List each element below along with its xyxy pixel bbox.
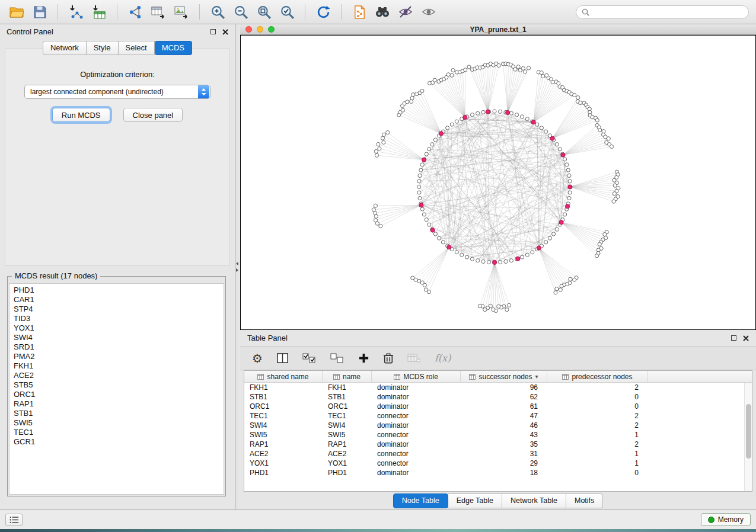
mcds-result-item[interactable]: FKH1 — [14, 361, 224, 371]
cell-predecessor-nodes: 2 — [547, 412, 648, 420]
panel-menu-button[interactable] — [5, 514, 23, 526]
table-row[interactable]: SWI5SWI5connector431 — [244, 430, 752, 440]
mcds-result-item[interactable]: YOX1 — [14, 323, 224, 333]
network-icon — [128, 5, 143, 20]
network-canvas-svg[interactable] — [241, 36, 755, 329]
column-header-predecessor-nodes[interactable]: predecessor nodes — [547, 371, 648, 382]
tab-network[interactable]: Network — [43, 41, 87, 55]
column-header-name[interactable]: name — [323, 371, 372, 382]
import-network-icon — [68, 4, 84, 20]
mcds-result-list: PHD1CAR1STP4TID3YOX1SWI4SRD1PMA2FKH1ACE2… — [9, 283, 224, 495]
import-network-button[interactable] — [66, 2, 85, 21]
close-table-panel-icon[interactable] — [743, 335, 749, 341]
tab-select[interactable]: Select — [119, 41, 155, 55]
memory-button[interactable]: Memory — [701, 513, 751, 526]
table-settings-button[interactable]: ⚙ — [252, 352, 263, 364]
function-builder-button: f(x) — [435, 352, 451, 364]
delete-column-button[interactable] — [383, 352, 394, 364]
hide-selection-button[interactable] — [396, 2, 415, 21]
run-mcds-button[interactable]: Run MCDS — [52, 108, 110, 122]
table-row[interactable]: PHD1PHD1dominator180 — [244, 468, 752, 477]
table-row[interactable]: SWI4SWI4dominator462 — [244, 421, 752, 430]
table-row[interactable]: ORC1ORC1dominator610 — [244, 402, 752, 411]
trash-icon — [383, 352, 394, 364]
column-header-mcds-role[interactable]: MCDS role — [372, 371, 461, 382]
table-row[interactable]: STB1STB1dominator620 — [244, 392, 752, 402]
mcds-result-item[interactable]: ORC1 — [14, 390, 224, 399]
mcds-result-item[interactable]: SRD1 — [14, 342, 224, 352]
select-all-icon — [302, 353, 317, 364]
show-all-button[interactable] — [419, 2, 438, 21]
mcds-result-item[interactable]: PMA2 — [14, 352, 224, 361]
search-input[interactable] — [593, 8, 743, 16]
table-row[interactable]: TEC1TEC1connector472 — [244, 411, 752, 421]
table-row[interactable]: ACE2ACE2connector311 — [244, 449, 752, 459]
mcds-result-item[interactable]: SWI5 — [14, 418, 224, 428]
network-window-titlebar[interactable]: YPA_prune.txt_1 — [240, 24, 756, 35]
close-window-icon[interactable] — [245, 26, 252, 33]
mcds-result-item[interactable]: GCR1 — [14, 437, 224, 447]
export-image-button[interactable] — [172, 2, 191, 21]
zoom-out-button[interactable] — [231, 2, 250, 21]
folder-icon — [9, 4, 24, 20]
table-panel-title: Table Panel — [247, 334, 288, 342]
close-panel-icon[interactable] — [222, 29, 228, 35]
zoom-in-icon — [210, 4, 226, 20]
cell-mcds-role: dominator — [372, 421, 461, 430]
close-panel-button[interactable]: Close panel — [123, 108, 183, 122]
share-document-button[interactable] — [350, 2, 369, 21]
cell-mcds-role: connector — [372, 450, 461, 458]
maximize-window-icon[interactable] — [268, 26, 275, 33]
layout-refresh-button[interactable] — [314, 2, 333, 21]
tab-motifs[interactable]: Motifs — [566, 493, 603, 508]
mcds-result-item[interactable]: STB1 — [14, 409, 224, 418]
expand-right-icon[interactable] — [236, 268, 238, 272]
tab-edge-table[interactable]: Edge Table — [448, 493, 502, 508]
tab-mcds[interactable]: MCDS — [155, 41, 192, 55]
zoom-fit-icon — [256, 4, 272, 20]
table-panel-header: Table Panel — [240, 330, 756, 346]
column-header-shared-name[interactable]: shared name — [244, 371, 323, 382]
select-all-button[interactable] — [302, 353, 317, 364]
cell-name: YOX1 — [323, 459, 372, 467]
cell-mcds-role: connector — [372, 431, 461, 439]
deselect-all-button[interactable] — [330, 353, 344, 364]
mcds-result-item[interactable]: TID3 — [14, 314, 224, 323]
table-row[interactable]: YOX1YOX1connector291 — [244, 459, 752, 468]
open-session-button[interactable] — [7, 2, 26, 21]
import-table-button[interactable] — [90, 2, 109, 21]
show-columns-button[interactable] — [276, 352, 289, 364]
float-panel-icon[interactable] — [210, 29, 216, 34]
tab-network-table[interactable]: Network Table — [502, 493, 566, 508]
binoculars-button[interactable] — [373, 2, 392, 21]
zoom-selected-button[interactable] — [277, 2, 296, 21]
float-table-panel-icon[interactable] — [731, 335, 736, 341]
mcds-result-item[interactable]: SWI4 — [14, 333, 224, 342]
new-network-button[interactable] — [126, 2, 145, 21]
export-table-button[interactable] — [149, 2, 168, 21]
mcds-result-item[interactable]: TEC1 — [14, 428, 224, 437]
scrollbar-thumb[interactable] — [746, 404, 751, 459]
tab-style[interactable]: Style — [87, 41, 119, 55]
network-canvas[interactable] — [240, 35, 756, 330]
main-area: Control Panel NetworkStyleSelectMCDS Opt… — [0, 24, 756, 509]
mcds-result-item[interactable]: STP4 — [14, 305, 224, 314]
mcds-result-item[interactable]: PHD1 — [14, 286, 224, 295]
mcds-result-item[interactable]: ACE2 — [14, 371, 224, 380]
zoom-fit-button[interactable] — [254, 2, 273, 21]
collapse-left-icon[interactable] — [236, 262, 238, 265]
column-header-successor-nodes[interactable]: successor nodes▾ — [461, 371, 547, 382]
search-box[interactable] — [576, 5, 749, 19]
mcds-result-item[interactable]: CAR1 — [14, 295, 224, 305]
criterion-select[interactable]: largest connected component (undirected) — [24, 85, 210, 99]
table-row[interactable]: RAP1RAP1dominator352 — [244, 440, 752, 449]
table-row[interactable]: FKH1FKH1dominator962 — [244, 383, 752, 392]
mcds-result-item[interactable]: RAP1 — [14, 399, 224, 409]
save-session-button[interactable] — [30, 2, 49, 21]
add-column-button[interactable] — [358, 352, 369, 364]
minimize-window-icon[interactable] — [257, 26, 263, 33]
mcds-result-item[interactable]: STB5 — [14, 380, 224, 390]
zoom-in-button[interactable] — [208, 2, 227, 21]
table-scrollbar[interactable] — [744, 383, 752, 491]
tab-node-table[interactable]: Node Table — [393, 493, 448, 508]
